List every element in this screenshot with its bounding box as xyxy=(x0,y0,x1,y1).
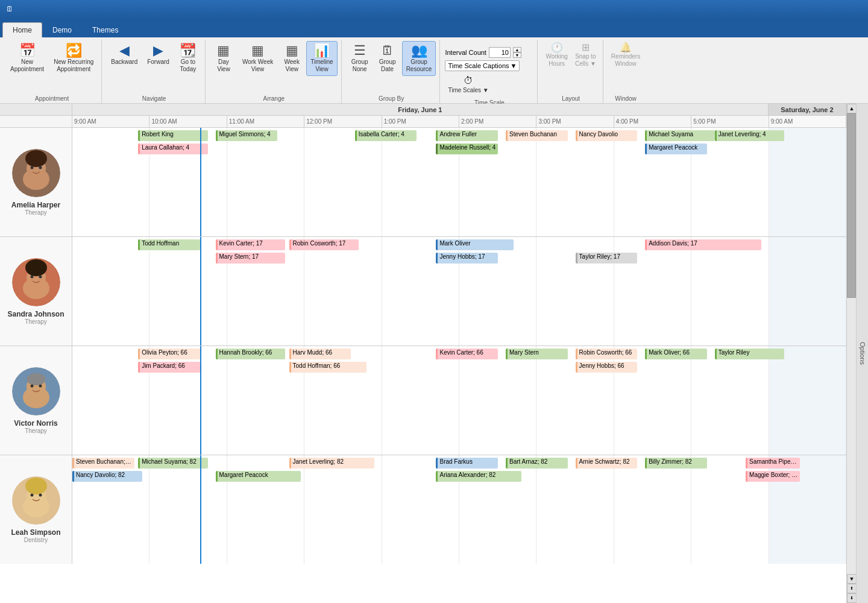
appointment-c9[interactable]: Jim Packard; 66 xyxy=(138,362,200,373)
resource-row-sandra: Sandra JohnsonTherapyTodd HoffmanKevin C… xyxy=(0,237,846,346)
day-view-icon: ▦ xyxy=(217,44,230,57)
avatar-victor xyxy=(12,367,60,415)
appointment-a11[interactable]: Margaret Peacock xyxy=(645,144,707,154)
appointment-b5[interactable]: Addison Davis; 17 xyxy=(645,239,761,250)
timeline-view-button[interactable]: 📊 TimelineView xyxy=(306,41,337,76)
new-recurring-icon: 🔁 xyxy=(66,44,82,57)
interval-area: Interval Count ▲ ▼ Time Scale Captions ▼ xyxy=(445,45,521,98)
appointment-c8[interactable]: Taylor Riley xyxy=(715,349,785,359)
backward-icon: ◀ xyxy=(119,44,130,57)
vertical-scroll-thumb[interactable] xyxy=(847,113,856,298)
current-time-line-victor xyxy=(200,346,201,455)
appointment-c7[interactable]: Mark Oliver; 66 xyxy=(645,349,707,359)
scroll-expand-button[interactable]: ⬆ xyxy=(847,584,857,593)
appointment-c1[interactable]: Olivia Peyton; 66 xyxy=(138,349,200,359)
grid-cell-amelia-2 xyxy=(227,128,304,236)
scroll-collapse-button[interactable]: ⬇ xyxy=(847,593,857,603)
appointment-c4[interactable]: Kevin Carter; 66 xyxy=(436,349,498,359)
window-controls xyxy=(810,3,862,15)
appointment-c3[interactable]: Harv Mudd; 66 xyxy=(289,349,351,359)
appointment-b8[interactable]: Taylor Riley; 17 xyxy=(576,253,638,264)
tab-demo[interactable]: Demo xyxy=(42,22,82,37)
appointment-a5[interactable]: Steven Buchanan xyxy=(506,130,568,141)
new-appointment-button[interactable]: 📅 NewAppointment xyxy=(6,41,48,76)
timeline-victor[interactable]: Olivia Peyton; 66Hannah Brookly; 66Harv … xyxy=(72,346,846,455)
new-recurring-button[interactable]: 🔁 New RecurringAppointment xyxy=(49,41,98,76)
workweek-view-button[interactable]: ▦ Work WeekView xyxy=(238,41,277,76)
appointment-d8[interactable]: Samantha Piper; 30 xyxy=(746,458,800,469)
backward-button[interactable]: ◀ Backward xyxy=(107,41,142,69)
appointment-d1[interactable]: Steven Buchanan; 82 xyxy=(72,458,134,469)
grid-cell-victor-5 xyxy=(459,346,536,455)
appointment-a10[interactable]: Madeleine Russell; 4 xyxy=(436,144,498,154)
appointment-a1[interactable]: Robert King xyxy=(138,130,208,141)
day-view-label: DayView xyxy=(217,58,230,73)
appointment-b3[interactable]: Robin Cosworth; 17 xyxy=(289,239,359,250)
minimize-button[interactable] xyxy=(810,3,826,15)
appointment-b2[interactable]: Kevin Carter; 17 xyxy=(216,239,286,250)
forward-button[interactable]: ▶ Forward xyxy=(143,41,174,69)
group-none-button[interactable]: ☰ GroupNone xyxy=(347,41,373,76)
appointment-a7[interactable]: Michael Suyama xyxy=(645,130,715,141)
appointment-a3[interactable]: Isabella Carter; 4 xyxy=(355,130,417,141)
interval-count-input[interactable] xyxy=(489,47,511,58)
appointment-d2[interactable]: Michael Suyama; 82 xyxy=(138,458,208,469)
maximize-button[interactable] xyxy=(828,3,844,15)
appointment-d4[interactable]: Brad Farkus xyxy=(436,458,498,469)
resource-label-leah: Leah SimpsonDentistry xyxy=(0,455,72,564)
appointment-d3[interactable]: Janet Leverling; 82 xyxy=(289,458,374,469)
appointment-a2[interactable]: Miguel Simmons; 4 xyxy=(216,130,278,141)
group-resource-button[interactable]: 👥 GroupResource xyxy=(402,41,436,76)
appointment-c5[interactable]: Mary Stern xyxy=(506,349,568,359)
svg-point-9 xyxy=(25,259,47,276)
appointment-b6[interactable]: Mary Stern; 17 xyxy=(216,253,286,264)
avatar-amelia xyxy=(12,149,60,197)
timeline-view-icon: 📊 xyxy=(313,44,330,57)
appointment-d5[interactable]: Bart Arnaz; 82 xyxy=(506,458,568,469)
appointment-b4[interactable]: Mark Oliver xyxy=(436,239,513,250)
appointment-a8[interactable]: Janet Leverling; 4 xyxy=(715,130,785,141)
grid-cell-leah-3 xyxy=(304,455,382,564)
appointment-d7[interactable]: Billy Zimmer; 82 xyxy=(645,458,707,469)
appointment-d11[interactable]: Ariana Alexander; 82 xyxy=(436,471,521,482)
snap-to-cells-button[interactable]: ⊞ Snap toCells ▼ xyxy=(572,41,599,69)
spin-up-button[interactable]: ▲ xyxy=(513,47,521,52)
options-panel[interactable]: Options xyxy=(856,104,868,603)
layout-buttons: 🕐 WorkingHours ⊞ Snap toCells ▼ xyxy=(542,41,599,93)
appointment-c6[interactable]: Robin Cosworth; 66 xyxy=(576,349,638,359)
grid-cell-amelia-9 xyxy=(769,128,846,236)
scroll-up-button[interactable]: ▲ xyxy=(847,104,857,113)
appointment-d10[interactable]: Margaret Peacock xyxy=(216,471,301,482)
appointment-d9[interactable]: Nancy Davolio; 82 xyxy=(72,471,142,482)
appointment-d6[interactable]: Arnie Schwartz; 82 xyxy=(576,458,638,469)
working-hours-button[interactable]: 🕐 WorkingHours xyxy=(542,41,571,69)
tab-themes[interactable]: Themes xyxy=(82,22,128,37)
appointment-c10[interactable]: Todd Hoffman; 66 xyxy=(289,362,366,373)
timeline-amelia[interactable]: Robert KingMiguel Simmons; 4Isabella Car… xyxy=(72,128,846,236)
appointment-a4[interactable]: Andrew Fuller xyxy=(436,130,498,141)
appointment-a9[interactable]: Laura Callahan; 4 xyxy=(138,144,208,154)
goto-today-button[interactable]: 📆 Go toToday xyxy=(175,41,201,76)
timeline-sandra[interactable]: Todd HoffmanKevin Carter; 17Robin Coswor… xyxy=(72,237,846,346)
timescale-caption-button[interactable]: Time Scale Captions ▼ xyxy=(445,60,520,71)
appointment-b1[interactable]: Todd Hoffman xyxy=(138,239,200,250)
timescale-btn[interactable]: ⏱ Time Scales ▼ xyxy=(445,74,491,95)
close-button[interactable] xyxy=(846,3,862,15)
appointment-c2[interactable]: Hannah Brookly; 66 xyxy=(216,349,286,359)
day-view-button[interactable]: ▦ DayView xyxy=(210,41,237,76)
scroll-down-button[interactable]: ▼ xyxy=(847,574,857,584)
appointment-d12[interactable]: Maggie Boxter; 30 xyxy=(746,471,800,482)
timeline-leah[interactable]: Steven Buchanan; 82Michael Suyama; 82Jan… xyxy=(72,455,846,564)
grid-cell-sandra-8 xyxy=(691,237,769,346)
appointment-a6[interactable]: Nancy Davolio xyxy=(576,130,638,141)
reminders-button[interactable]: 🔔 RemindersWindow xyxy=(608,41,643,69)
spin-down-button[interactable]: ▼ xyxy=(513,52,521,58)
group-date-button[interactable]: 🗓 GroupDate xyxy=(374,41,401,76)
svg-point-23 xyxy=(39,493,42,496)
resource-type-victor: Therapy xyxy=(25,428,47,434)
appointment-b7[interactable]: Jenny Hobbs; 17 xyxy=(436,253,498,264)
week-view-button[interactable]: ▦ WeekView xyxy=(278,41,305,76)
tab-home[interactable]: Home xyxy=(2,22,42,37)
resource-label-amelia: Amelia HarperTherapy xyxy=(0,128,72,236)
appointment-c11[interactable]: Jenny Hobbs; 66 xyxy=(576,362,638,373)
